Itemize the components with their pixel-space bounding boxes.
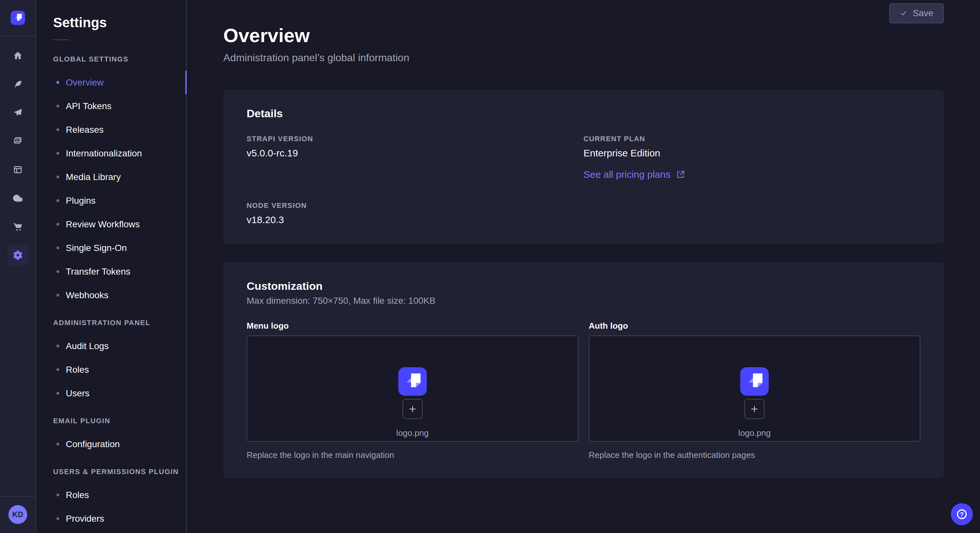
sidebar-item-label: Roles	[66, 490, 89, 500]
save-button-label: Save	[913, 8, 933, 19]
strapi-logo-icon	[398, 367, 427, 396]
menu-logo-dropzone[interactable]: logo.png	[247, 335, 579, 442]
sidebar-item-webhooks[interactable]: Webhooks	[36, 283, 186, 307]
sidebar-item-email-configuration[interactable]: Configuration	[36, 432, 186, 456]
sidebar-item-label: Media Library	[66, 172, 121, 182]
plus-icon	[408, 404, 417, 414]
bullet-icon	[56, 81, 59, 84]
home-icon[interactable]	[0, 41, 36, 70]
sidebar-item-transfer-tokens[interactable]: Transfer Tokens	[36, 260, 186, 283]
sidebar-item-audit-logs[interactable]: Audit Logs	[36, 334, 186, 358]
section-administration-panel: ADMINISTRATION PANEL	[36, 319, 186, 327]
page-header: Overview Administration panel’s global i…	[223, 0, 944, 64]
sidebar-item-releases[interactable]: Releases	[36, 118, 186, 141]
sidebar-item-label: Overview	[66, 78, 104, 88]
cart-icon[interactable]	[0, 213, 36, 241]
sidebar-item-label: Webhooks	[66, 290, 108, 300]
sidebar-title: Settings	[36, 0, 186, 30]
avatar[interactable]: KD	[8, 505, 27, 524]
details-fields: STRAPI VERSION v5.0.0-rc.19 CURRENT PLAN…	[247, 135, 920, 225]
pricing-plans-link[interactable]: See all pricing plans	[584, 169, 686, 180]
sidebar-item-review-workflows[interactable]: Review Workflows	[36, 213, 186, 236]
sidebar-item-overview[interactable]: Overview	[36, 71, 186, 94]
pricing-plans-link-label: See all pricing plans	[584, 169, 671, 180]
save-button[interactable]: Save	[889, 3, 944, 23]
sidebar-item-plugins[interactable]: Plugins	[36, 189, 186, 213]
menu-logo-caption: Replace the logo in the main navigation	[247, 450, 579, 460]
page-subtitle: Administration panel’s global informatio…	[223, 52, 944, 64]
layout-icon[interactable]	[0, 155, 36, 184]
sidebar-item-label: Review Workflows	[66, 219, 140, 230]
field-value: v18.20.3	[247, 214, 584, 225]
add-logo-button[interactable]	[402, 399, 423, 419]
logo-uploads: Menu logo logo.png	[247, 321, 920, 460]
sidebar-item-label: Users	[66, 388, 89, 399]
menu-logo-field: Menu logo logo.png	[247, 321, 579, 460]
sidebar-item-label: Transfer Tokens	[66, 266, 130, 277]
sidebar-item-media-library[interactable]: Media Library	[36, 165, 186, 189]
paper-plane-icon[interactable]	[0, 98, 36, 127]
sidebar-item-label: Roles	[66, 365, 89, 375]
rail-bottom: KD	[0, 496, 36, 533]
sidebar-title-rule	[53, 40, 69, 40]
main-content: Overview Administration panel’s global i…	[187, 0, 980, 533]
auth-logo-label: Auth logo	[589, 321, 921, 331]
bullet-icon	[56, 128, 59, 131]
menu-logo-label: Menu logo	[247, 321, 579, 331]
active-indicator	[185, 71, 187, 94]
svg-text:?: ?	[960, 511, 964, 518]
customization-constraint: Max dimension: 750×750, Max file size: 1…	[247, 296, 920, 306]
page-title: Overview	[223, 25, 944, 46]
section-email-plugin: EMAIL PLUGIN	[36, 417, 186, 425]
bullet-icon	[56, 443, 59, 446]
sidebar-item-label: Configuration	[66, 439, 120, 449]
field-value: Enterprise Edition	[584, 148, 921, 159]
details-card: Details STRAPI VERSION v5.0.0-rc.19 CURR…	[223, 90, 944, 244]
auth-logo-field: Auth logo logo.png	[589, 321, 921, 460]
sidebar-item-single-sign-on[interactable]: Single Sign-On	[36, 236, 186, 260]
auth-logo-dropzone[interactable]: logo.png	[589, 335, 921, 442]
sidebar-item-up-providers[interactable]: Providers	[36, 507, 186, 530]
sidebar-item-label: Single Sign-On	[66, 243, 127, 253]
field-label: CURRENT PLAN	[584, 135, 921, 143]
media-library-icon[interactable]	[0, 127, 36, 155]
app-root: KD Settings GLOBAL SETTINGS Overview API…	[0, 0, 980, 533]
strapi-logo-icon[interactable]	[11, 11, 25, 25]
check-icon	[900, 10, 907, 17]
field-label: STRAPI VERSION	[247, 135, 584, 143]
sidebar-item-admin-roles[interactable]: Roles	[36, 358, 186, 381]
help-button[interactable]: ?	[951, 503, 973, 525]
icon-rail: KD	[0, 0, 36, 533]
sidebar-item-admin-users[interactable]: Users	[36, 381, 186, 405]
add-logo-button[interactable]	[745, 399, 765, 419]
feather-icon[interactable]	[0, 70, 36, 98]
section-users-permissions-plugin: USERS & PERMISSIONS PLUGIN	[36, 468, 186, 476]
bullet-icon	[56, 223, 59, 226]
field-current-plan: CURRENT PLAN Enterprise Edition See all …	[584, 135, 921, 180]
sidebar-item-label: Providers	[66, 514, 104, 524]
section-global-settings: GLOBAL SETTINGS	[36, 55, 186, 63]
bullet-icon	[56, 176, 59, 178]
field-label: NODE VERSION	[247, 201, 584, 210]
sidebar-item-label: Plugins	[66, 195, 95, 206]
rail-divider	[0, 496, 36, 497]
gear-icon[interactable]	[0, 241, 36, 270]
bullet-icon	[56, 152, 59, 155]
customization-card: Customization Max dimension: 750×750, Ma…	[223, 262, 944, 478]
external-link-icon	[676, 170, 686, 179]
sidebar-item-label: API Tokens	[66, 101, 111, 111]
sidebar-item-up-roles[interactable]: Roles	[36, 483, 186, 507]
rail-nav	[0, 36, 36, 270]
sidebar-item-internationalization[interactable]: Internationalization	[36, 141, 186, 165]
sidebar-item-label: Internationalization	[66, 148, 142, 159]
cloud-icon[interactable]	[0, 184, 36, 213]
settings-sidebar: Settings GLOBAL SETTINGS Overview API To…	[36, 0, 187, 533]
auth-logo-caption: Replace the logo in the authentication p…	[589, 450, 921, 460]
sidebar-item-api-tokens[interactable]: API Tokens	[36, 94, 186, 118]
bullet-icon	[56, 105, 59, 108]
bullet-icon	[56, 344, 59, 347]
sidebar-item-label: Audit Logs	[66, 341, 108, 351]
details-heading: Details	[247, 107, 920, 120]
bullet-icon	[56, 270, 59, 273]
sidebar-item-label: Releases	[66, 125, 104, 135]
